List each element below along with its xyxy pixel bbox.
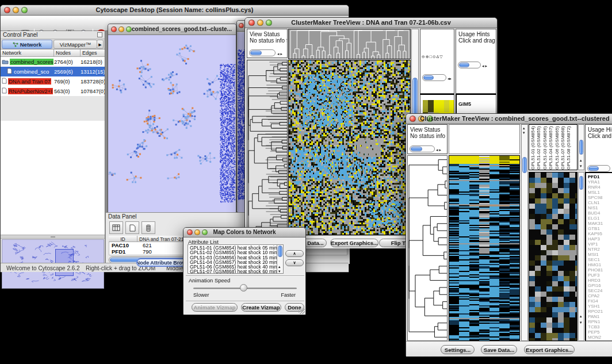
scroll-down-icon[interactable]: ▾ bbox=[278, 269, 281, 273]
tv2-row-dendrogram[interactable] bbox=[407, 155, 447, 341]
cytoscape-titlebar[interactable]: Cytoscape Desktop (Session Name: collins… bbox=[1, 5, 349, 16]
tv2-zoom-heatmap[interactable] bbox=[529, 172, 577, 341]
scroll-arrows-icon[interactable]: ◂ ▸ bbox=[436, 148, 441, 152]
close-icon[interactable] bbox=[4, 7, 10, 13]
treeview-tool-icon[interactable]: ⊖ bbox=[422, 55, 426, 59]
panel-splitter[interactable] bbox=[1, 235, 105, 239]
scroll-down-icon[interactable]: ▾ bbox=[580, 164, 582, 168]
gene-label[interactable]: MSI1 bbox=[588, 252, 612, 257]
column-header-network[interactable]: Network bbox=[1, 49, 54, 57]
attribute-list-vscrollbar[interactable]: ▴ ▾ bbox=[277, 245, 283, 273]
array-column-label[interactable]: GPL51-08 (GSM872) bbox=[566, 125, 572, 170]
dialog-titlebar[interactable]: Map Colors to Network bbox=[183, 228, 305, 237]
close-icon[interactable] bbox=[410, 116, 416, 122]
gene-label[interactable]: YRA1 bbox=[588, 179, 612, 185]
column-header-edges[interactable]: Edges bbox=[81, 49, 105, 57]
gene-label[interactable]: NIS1 bbox=[588, 205, 612, 210]
gene-label[interactable]: VIP1 bbox=[588, 242, 612, 247]
tool-panel-hscrollbar[interactable] bbox=[422, 74, 446, 81]
array-column-label[interactable]: GPL51-02 (GSM855) bbox=[536, 125, 542, 170]
create-vizmap-button[interactable]: Create Vizmap bbox=[241, 303, 281, 312]
network-list-row[interactable]: DNA and Tran 07769(0)183728(0) bbox=[1, 76, 105, 86]
network-window-1-titlebar[interactable]: combined_scores_good.txt--cluste... bbox=[108, 24, 236, 35]
usage-hints-hscrollbar[interactable] bbox=[587, 165, 610, 172]
treeview1-titlebar[interactable]: ClusterMaker TreeView : DNA and Tran 07-… bbox=[245, 18, 497, 28]
gene-label[interactable]: PUF3 bbox=[588, 273, 612, 278]
array-column-label[interactable]: GPL51-03 (GSM856) bbox=[542, 125, 548, 170]
scroll-up-icon[interactable]: ▴ bbox=[278, 265, 281, 269]
attribute-list-item[interactable]: GPL51-07 (GSM868) heat shock 60 min bbox=[188, 269, 283, 274]
gene-label[interactable]: HRD3 bbox=[588, 278, 612, 283]
attribute-list[interactable]: GPL51-01 (GSM854) heat shock 05 minGPL51… bbox=[188, 244, 284, 274]
treeview-tool-icon[interactable]: ▽ bbox=[439, 55, 443, 59]
float-panel-icon[interactable] bbox=[97, 32, 102, 37]
tv2-main-vscrollbar[interactable]: ▴ ▾ bbox=[521, 124, 528, 341]
tv2-heatmap[interactable] bbox=[449, 155, 520, 341]
gene-label[interactable]: CLN1 bbox=[588, 200, 612, 205]
network-list-row[interactable]: combined_sco2569(6)13112(15) bbox=[1, 67, 105, 76]
gene-label[interactable]: MAK31 bbox=[588, 221, 612, 226]
scroll-arrows-icon[interactable]: ◂ ▸ bbox=[482, 64, 487, 68]
scroll-up-icon[interactable]: ▴ bbox=[580, 314, 582, 318]
export-graphics-button[interactable]: Export Graphics... bbox=[524, 345, 575, 354]
tv1-heatmap[interactable] bbox=[288, 60, 411, 235]
gene-label[interactable]: MSL1 bbox=[588, 190, 612, 195]
network-list-row[interactable]: combined_scores2764(0)16218(0) bbox=[1, 57, 105, 67]
save-data-button[interactable]: Save Data... bbox=[481, 345, 517, 354]
minimize-icon[interactable] bbox=[118, 26, 124, 32]
gene-label[interactable]: SEC1 bbox=[588, 257, 612, 262]
gene-label[interactable]: HAP3 bbox=[588, 236, 612, 242]
new-attribute-button[interactable] bbox=[125, 221, 139, 234]
settings-button[interactable]: Settings... bbox=[441, 345, 475, 354]
scroll-arrows-icon[interactable]: ◂▸ bbox=[447, 76, 452, 81]
column-header-nodes[interactable]: Nodes bbox=[54, 49, 81, 57]
animate-vizmap-button[interactable]: Animate Vizmap bbox=[192, 303, 238, 312]
gene-label[interactable]: PHO81 bbox=[588, 267, 612, 273]
gene-label[interactable]: RPN1 bbox=[588, 319, 612, 324]
gene-label[interactable]: CPA2 bbox=[588, 293, 612, 298]
tab-scroll-right-icon[interactable]: ▶ bbox=[97, 40, 104, 49]
gene-label[interactable]: FIG4 bbox=[588, 298, 612, 304]
gene-label[interactable]: SEC24 bbox=[588, 288, 612, 293]
network-view-canvas[interactable] bbox=[108, 35, 236, 218]
speed-slider-thumb[interactable] bbox=[240, 284, 247, 292]
treeview-tool-icon[interactable]: ⊕ bbox=[426, 55, 430, 59]
view-status-hscrollbar[interactable] bbox=[410, 145, 435, 152]
gene-label[interactable]: TCB3 bbox=[588, 324, 612, 329]
gene-label[interactable]: GIM5 bbox=[457, 98, 496, 110]
tv1-column-dendrogram[interactable] bbox=[288, 29, 411, 59]
export-graphics-button[interactable]: Export Graphics... bbox=[330, 239, 378, 247]
view-status-hscrollbar[interactable] bbox=[249, 49, 276, 56]
treeview2-titlebar[interactable]: ClusterMaker TreeView : combined_scores_… bbox=[406, 114, 612, 124]
scroll-down-icon[interactable]: ▾ bbox=[523, 131, 525, 135]
gene-label[interactable]: RNR4 bbox=[588, 185, 612, 190]
gene-label[interactable]: RPO21 bbox=[588, 309, 612, 314]
tv2-column-headers[interactable]: GPL51-01 (GSM854)GPL51-02 (GSM855)GPL51-… bbox=[529, 124, 577, 170]
network-list-row[interactable]: RNAPuberNov2+I563(0)107847(0) bbox=[1, 86, 105, 96]
gene-label[interactable]: BUD4 bbox=[588, 210, 612, 216]
resize-grip[interactable] bbox=[299, 308, 305, 314]
tv2-header-vscrollbar[interactable]: ▴ ▾ bbox=[578, 124, 584, 170]
array-column-label[interactable]: GPL51-06 (GSM865) bbox=[554, 125, 560, 170]
table-icon-button[interactable] bbox=[109, 221, 123, 234]
gene-label[interactable]: GPI16 bbox=[588, 283, 612, 288]
gene-label[interactable]: YSH1 bbox=[588, 304, 612, 309]
gene-label[interactable]: SPC98 bbox=[588, 195, 612, 200]
tv2-zoom-vscrollbar[interactable]: ▴ ▾ bbox=[578, 172, 584, 341]
close-icon[interactable] bbox=[248, 20, 255, 26]
data-column-id[interactable]: ID bbox=[109, 236, 137, 242]
scroll-arrows-icon[interactable]: ◂ ▸ bbox=[277, 52, 282, 56]
scroll-down-icon[interactable]: ▾ bbox=[580, 320, 582, 324]
delete-attribute-button[interactable] bbox=[141, 221, 155, 234]
gene-label[interactable]: ELG1 bbox=[588, 216, 612, 221]
move-down-button[interactable]: ∨ bbox=[285, 259, 304, 266]
array-column-label[interactable]: GPL51-07 (GSM868) bbox=[560, 125, 566, 170]
usage-hints-hscrollbar[interactable] bbox=[458, 62, 481, 68]
gene-label[interactable]: HMG1 bbox=[588, 262, 612, 267]
gene-label[interactable]: PAN1 bbox=[588, 314, 612, 319]
close-icon[interactable] bbox=[239, 23, 244, 28]
close-icon[interactable] bbox=[187, 229, 193, 235]
gene-label[interactable]: GTB1 bbox=[588, 226, 612, 231]
close-icon[interactable] bbox=[111, 26, 117, 32]
array-column-label[interactable]: GPL51-01 (GSM854) bbox=[530, 125, 536, 170]
